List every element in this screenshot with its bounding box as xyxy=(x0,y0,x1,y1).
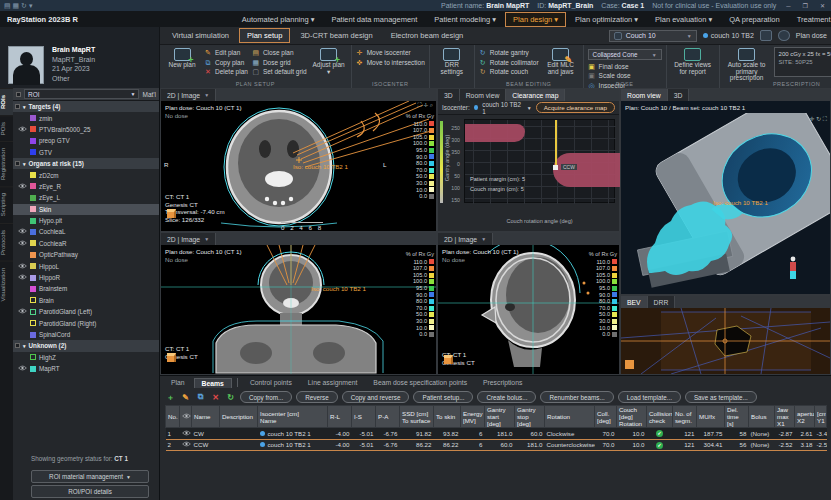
viewport-coronal-tab[interactable]: 2D | Image▼ xyxy=(161,233,216,245)
roi-item-cochleal[interactable]: CochleaL xyxy=(13,226,159,237)
roi-item-highz[interactable]: HighZ xyxy=(13,352,159,363)
beam-row[interactable]: 1CWcouch 10 TB2 1-4.00-5.01-6.7691.8293.… xyxy=(166,428,827,440)
visibility-eye-icon[interactable] xyxy=(17,308,27,315)
roi-item-zeye-l[interactable]: zEye_L xyxy=(13,192,159,203)
panel-bev[interactable]: BEVDRR xyxy=(620,295,831,375)
move-to-intersection-button[interactable]: ✜Move to intersection xyxy=(356,59,425,66)
menu-tab-plan-evaluation[interactable]: Plan evaluation ▾ xyxy=(647,12,720,27)
menu-tab-treatment-delivery[interactable]: Treatment delivery ▾ xyxy=(789,12,831,27)
axial-view-icons[interactable]: ⛶ ✛ ⌕ xyxy=(418,102,433,109)
move-isocenter-button[interactable]: ✛Move isocenter xyxy=(356,49,425,56)
minimize-button[interactable]: ─ xyxy=(784,3,792,9)
final-dose-button[interactable]: ▣Final dose xyxy=(588,63,662,70)
copy-from-button[interactable]: Copy from... xyxy=(240,391,292,403)
roi-item-hippol[interactable]: HippoL xyxy=(13,260,159,271)
edit-plan-button[interactable]: ✎Edit plan xyxy=(204,49,248,56)
beam-set-select[interactable]: couch 10 TB2 xyxy=(703,32,754,39)
beams-tab-prescriptions[interactable]: Prescriptions xyxy=(476,378,529,387)
load-template-button[interactable]: Load template... xyxy=(618,391,681,403)
roi-item-parotidgland-right[interactable]: ParotidGland (Right) xyxy=(13,317,159,328)
couch-angle-marker[interactable] xyxy=(553,165,558,170)
visibility-eye-icon[interactable] xyxy=(17,274,27,281)
set-default-grid-button[interactable]: ▢Set default grid xyxy=(252,68,307,75)
rotate-gantry-button[interactable]: ↻Rotate gantry xyxy=(479,49,539,56)
dose-globe-icon[interactable] xyxy=(778,30,790,41)
menu-tab-automated-planning[interactable]: Automated planning ▾ xyxy=(234,12,323,27)
roi-section-unknown-2[interactable]: ▾Unknown (2) xyxy=(13,340,159,351)
couch-angle-marker-line[interactable] xyxy=(555,120,557,166)
beams-tab-beams[interactable]: Beams xyxy=(194,378,232,388)
roi-item-zd2cm[interactable]: zD2cm xyxy=(13,169,159,180)
viewport-sagittal[interactable]: 2D | Image▼ Plan dose: Couch 10 (CT 1) N… xyxy=(437,232,620,375)
auto-scale-button[interactable]: Auto scale to primary prescription xyxy=(724,47,770,82)
sidebar-tab-visualization[interactable]: Visualization xyxy=(0,261,13,308)
viewport-sagittal-tab[interactable]: 2D | Image▼ xyxy=(438,233,493,245)
beam-visibility-icon[interactable] xyxy=(180,428,192,440)
bev-tab-drr[interactable]: DRR xyxy=(648,296,676,308)
panel-clearance-map[interactable]: 3DRoom viewClearance map Isocenter: couc… xyxy=(437,88,620,232)
roi-item-zmin[interactable]: zmin xyxy=(13,112,159,123)
copy-and-reverse-button[interactable]: Copy and reverse xyxy=(342,391,410,403)
renumber-beams-button[interactable]: Renumber beams... xyxy=(540,391,613,403)
sidebar-tab-rois[interactable]: ROIs xyxy=(0,88,13,115)
panel-room-view[interactable]: Room view3D Plan: Couch 10 / Beam set: c… xyxy=(620,88,831,295)
beams-tab-beam-dose-specification-points[interactable]: Beam dose specification points xyxy=(366,378,474,387)
workspace-tab-plan-setup[interactable]: Plan setup xyxy=(239,28,290,43)
visibility-eye-icon[interactable] xyxy=(17,240,27,247)
menu-tab-plan-optimization[interactable]: Plan optimization ▾ xyxy=(567,12,646,27)
roi-type-select[interactable]: ROI▼ xyxy=(24,89,139,99)
isocenter-value[interactable]: couch 10 TB2 1 xyxy=(482,101,523,115)
rotate-collimator-button[interactable]: ↻Rotate collimator xyxy=(479,59,539,66)
roi-material-management-button[interactable]: ROI material management▼ xyxy=(31,470,149,483)
menu-tab-plan-design[interactable]: Plan design ▾ xyxy=(505,12,566,27)
roi-item-hippor[interactable]: HippoR xyxy=(13,272,159,283)
visibility-eye-icon[interactable] xyxy=(17,126,27,133)
roi-section-targets-4[interactable]: ▾Targets (4) xyxy=(13,101,159,112)
delete-beam-icon[interactable]: ✕ xyxy=(210,393,221,402)
visibility-eye-icon[interactable] xyxy=(17,365,27,372)
beams-tab-plan[interactable]: Plan xyxy=(164,378,192,387)
sidebar-tab-scripting[interactable]: Scripting xyxy=(0,186,13,222)
roi-item-opticpathway[interactable]: OpticPathway xyxy=(13,249,159,260)
roi-item-ptvbrain5000-25[interactable]: PTVBrain5000_25 xyxy=(13,124,159,135)
dose-grid-button[interactable]: ▦Dose grid xyxy=(252,59,307,66)
visibility-eye-icon[interactable] xyxy=(17,228,27,235)
clearance-tab-room-view[interactable]: Room view xyxy=(460,89,507,101)
new-plan-button[interactable]: + New plan xyxy=(164,47,200,69)
roi-item-preop-gtv[interactable]: preop GTV xyxy=(13,135,159,146)
roi-section-organs-at-risk-15[interactable]: ▾Organs at risk (15) xyxy=(13,158,159,169)
workspace-tab-electron-beam-design[interactable]: Electron beam design xyxy=(383,28,472,43)
adjust-plan-button[interactable]: + Adjust plan ▾ xyxy=(311,47,347,75)
roi-item-hypo-pit[interactable]: Hypo.pit xyxy=(13,215,159,226)
quick-access-icons[interactable]: ▤ ▦ ↻ ▾ xyxy=(4,2,32,10)
reverse-button[interactable]: Reverse xyxy=(296,391,337,403)
save-as-template-button[interactable]: Save as template... xyxy=(685,391,757,403)
section-checkbox[interactable] xyxy=(15,104,20,109)
drr-settings-button[interactable]: DRR settings xyxy=(434,47,470,75)
roi-item-skin[interactable]: Skin xyxy=(13,204,159,215)
define-views-button[interactable]: Define views for report xyxy=(671,47,715,75)
room-view-icons[interactable]: ✛ ↻ ⛶ xyxy=(809,115,827,123)
sidebar-tab-pois[interactable]: POIs xyxy=(0,115,13,141)
roi-item-spinalcord[interactable]: SpinalCord xyxy=(13,329,159,340)
scale-dose-button[interactable]: ▣Scale dose xyxy=(588,72,662,79)
section-checkbox[interactable] xyxy=(15,343,20,348)
create-bolus-button[interactable]: Create bolus... xyxy=(477,391,536,403)
viewport-axial-tab[interactable]: 2D | Image▼ xyxy=(161,89,216,101)
beams-tab-line-assignment[interactable]: Line assignment xyxy=(301,378,365,387)
plan-dose-label[interactable]: Plan dose xyxy=(796,32,827,39)
room-tab-room-view[interactable]: Room view xyxy=(621,89,668,101)
visibility-eye-icon[interactable] xyxy=(17,263,27,270)
beams-tab-control-points[interactable]: Control points xyxy=(243,378,299,387)
dose-engine-select[interactable]: Collapsed Cone▼ xyxy=(588,49,662,60)
roi-item-maprt[interactable]: MapRT xyxy=(13,363,159,374)
roi-poi-details-button[interactable]: ROI/POI details xyxy=(31,485,149,498)
roi-all-checkbox[interactable] xyxy=(16,92,21,97)
room-tab-3d[interactable]: 3D xyxy=(668,89,690,101)
viewport-coronal[interactable]: 2D | Image▼ Plan dose: Couch 10 (CT 1) N… xyxy=(160,232,437,375)
maximize-button[interactable]: ❐ xyxy=(801,2,810,9)
prescription-summary[interactable]: 200 cGy x 25 fx = 5000 cGy SITE: 50P25 xyxy=(774,47,831,77)
workspace-tab-virtual-simulation[interactable]: Virtual simulation xyxy=(164,28,237,43)
roi-item-zeye-r[interactable]: zEye_R xyxy=(13,181,159,192)
rotate-couch-button[interactable]: ↻Rotate couch xyxy=(479,68,539,75)
